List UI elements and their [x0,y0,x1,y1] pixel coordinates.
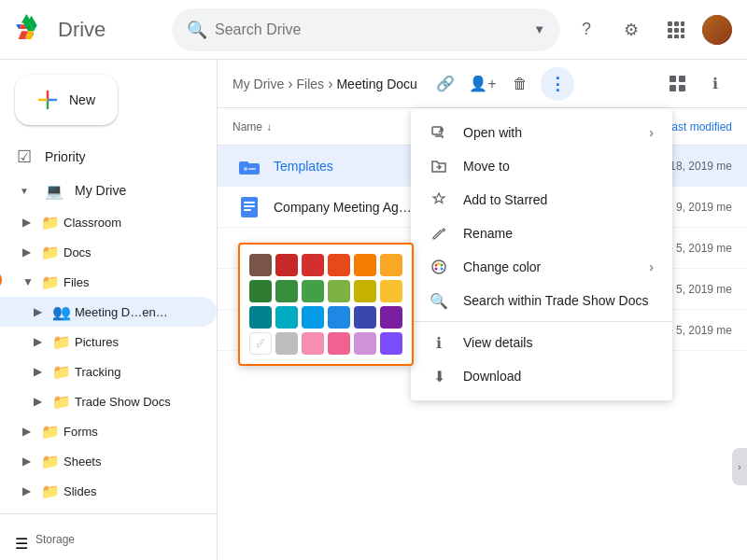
color-swatch-white[interactable]: ✓ [249,332,272,355]
color-swatch-indigo[interactable] [354,306,376,329]
color-swatch-deep-orange[interactable] [328,254,350,276]
color-swatch-brown[interactable] [249,254,272,276]
download-icon: ⬇ [430,367,448,385]
header-icons: ? ⚙ [568,11,732,49]
new-button[interactable]: New [15,75,118,125]
files-arrow: ▼ [22,275,37,288]
color-swatch-green[interactable] [275,280,298,302]
app-title: Drive [58,18,106,42]
docs-label: Docs [63,245,92,259]
view-icons: ℹ [661,67,732,101]
share-button[interactable]: 👤+ [466,67,500,101]
classroom-label: Classroom [63,216,121,230]
breadcrumb-my-drive[interactable]: My Drive [233,77,284,91]
docs-folder-icon: 📁 [41,244,60,261]
sidebar-item-trade-show[interactable]: ▶ 📁 Trade Show Docs [0,386,217,416]
change-color-label: Change color [463,259,634,274]
sidebar-item-priority[interactable]: ☑ Priority [0,140,217,174]
sheets-arrow: ▶ [22,455,37,468]
search-dropdown-icon[interactable]: ▼ [533,22,545,36]
color-swatch-cyan[interactable] [275,306,298,329]
copy-link-button[interactable]: 🔗 [429,67,462,101]
sidebar-item-tracking[interactable]: ▶ 📁 Tracking [0,357,217,386]
classroom-arrow: ▶ [22,216,37,229]
menu-item-download[interactable]: ⬇ Download [411,359,672,393]
scroll-handle[interactable]: › [732,448,747,485]
menu-item-rename[interactable]: Rename [411,217,672,250]
grid-view-button[interactable] [661,67,695,101]
sidebar-item-pictures[interactable]: ▶ 📁 Pictures [0,327,217,357]
menu-item-open-with[interactable]: Open with › [411,116,672,149]
color-swatch-teal-dark[interactable] [249,306,272,329]
sidebar-item-files[interactable]: ▼ 📁 Files [0,267,217,297]
avatar[interactable] [702,15,732,45]
svg-rect-9 [674,28,679,33]
sheets-folder-icon: 📁 [41,453,60,470]
settings-button[interactable]: ⚙ [613,11,650,49]
color-swatch-lavender[interactable] [354,332,376,355]
sidebar-item-sheets[interactable]: ▶ 📁 Sheets [0,446,217,476]
open-with-icon [430,123,448,142]
trade-show-arrow: ▶ [34,395,49,408]
templates-folder-icon [233,158,266,175]
delete-button[interactable]: 🗑 [503,67,537,101]
menu-item-change-color[interactable]: Change color › [411,250,672,284]
color-swatch-dark-red[interactable] [275,254,298,276]
menu-item-add-starred[interactable]: Add to Starred [411,183,672,217]
color-swatch-yellow-dark[interactable] [380,254,402,276]
sidebar-item-classroom[interactable]: ▶ 📁 Classroom [0,207,217,237]
more-options-button[interactable]: ⋮ [541,67,574,101]
svg-point-34 [435,268,438,271]
color-swatch-orange[interactable] [354,254,376,276]
sidebar: New ☑ Priority ▼ 💻 My Drive ▶ 📁 Classroo… [0,60,218,560]
rename-icon [430,224,448,243]
classroom-folder-icon: 📁 [41,214,60,231]
header: Drive 🔍 ▼ ? ⚙ [0,0,747,60]
new-button-label: New [69,92,95,107]
company-meeting-icon [233,197,266,217]
color-swatch-yellow[interactable] [380,280,402,302]
menu-item-move-to[interactable]: Move to [411,149,672,183]
color-swatch-dark-green[interactable] [249,280,272,302]
view-details-label: View details [463,335,654,350]
color-swatch-deep-purple[interactable] [380,332,402,355]
color-swatch-blue[interactable] [328,306,350,329]
my-drive-icon: 💻 [45,182,63,200]
sidebar-item-my-drive[interactable]: ▼ 💻 My Drive [0,174,217,207]
sidebar-item-docs[interactable]: ▶ 📁 Docs [0,237,217,267]
color-swatch-gray[interactable] [275,332,298,355]
search-bar[interactable]: 🔍 ▼ [172,8,560,51]
my-drive-label: My Drive [75,183,126,198]
sidebar-item-meeting-docs[interactable]: ▶ 👥 Meeting D…en… 4 [0,297,217,327]
svg-rect-27 [244,209,251,211]
color-swatch-light-green[interactable] [302,280,324,302]
sidebar-item-forms[interactable]: ▶ 📁 Forms [0,416,217,446]
color-swatch-red[interactable] [302,254,324,276]
breadcrumb-sep-2: › [328,76,332,92]
breadcrumb: My Drive › Files › Meeting Docu 🔗 👤+ 🗑 ⋮ [218,60,747,108]
info-button[interactable]: ℹ [698,67,732,101]
move-to-icon [430,157,448,175]
color-swatch-purple[interactable] [380,306,402,329]
help-button[interactable]: ? [568,11,605,49]
sidebar-item-slides[interactable]: ▶ 📁 Slides [0,476,217,506]
tracking-arrow: ▶ [34,365,49,378]
breadcrumb-files[interactable]: Files [297,77,325,91]
color-swatch-lime[interactable] [328,280,350,302]
color-row-3 [249,306,402,329]
color-swatch-yellow-green[interactable] [354,280,376,302]
menu-item-view-details[interactable]: ℹ View details [411,326,672,359]
storage-section: ☰ Storage 6.2 MB of 30 GB used UPGRADE S… [0,522,217,560]
search-within-icon: 🔍 [430,291,448,310]
svg-rect-8 [668,28,672,33]
search-input[interactable] [215,21,526,38]
color-swatch-pink-light[interactable] [302,332,324,355]
menu-item-search-within[interactable]: 🔍 Search within Trade Show Docs [411,284,672,317]
drive-logo-icon [15,14,52,46]
meeting-docs-folder-icon: 👥 [52,303,71,321]
svg-point-33 [441,268,444,271]
color-swatch-pink[interactable] [328,332,350,355]
color-swatch-light-blue[interactable] [302,306,324,329]
breadcrumb-sep-1: › [288,76,292,92]
apps-button[interactable] [657,11,695,49]
